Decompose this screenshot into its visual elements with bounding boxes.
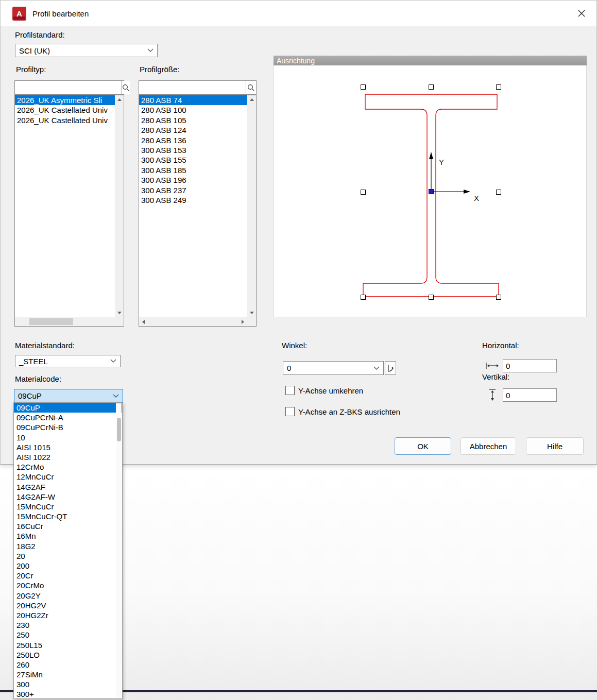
dropdown-scrollbar[interactable] [116,403,122,698]
profiltyp-item[interactable]: 2026_UK Asymmetric Sli [15,95,115,105]
material-option[interactable]: 200 [14,561,122,571]
horizontal-input[interactable] [503,359,557,372]
profilstandard-label: Profilstandard: [15,30,65,39]
material-option[interactable]: 12CrMo [14,462,122,472]
ausrichtung-title: Ausrichtung [277,57,315,65]
scroll-down-icon[interactable] [115,309,124,317]
horizontal-label: Horizontal: [482,341,519,350]
materialcode-combobox[interactable]: 09CuP [14,389,123,403]
help-button[interactable]: Hilfe [526,437,584,455]
material-option[interactable]: 27SiMn [14,670,122,679]
scroll-up-icon[interactable] [115,95,124,104]
profilgroesse-search-input[interactable] [139,81,246,94]
pick-angle-button[interactable] [385,361,396,375]
materialstandard-label: Materialstandard: [15,341,75,350]
scroll-left-icon[interactable] [139,317,148,326]
profiltyp-vertical-scrollbar[interactable] [115,95,124,317]
material-option[interactable]: 20HG2V [14,601,122,610]
profilgroesse-horizontal-scrollbar[interactable] [139,317,247,326]
material-option[interactable]: 250LO [14,650,122,660]
material-option[interactable]: AISI 1022 [14,452,122,462]
profilgroesse-search-button[interactable] [246,81,256,94]
profiltyp-search-button[interactable] [122,81,130,94]
materialcode-label: Materialcode: [15,374,61,383]
material-option[interactable]: AISI 1015 [14,442,122,452]
material-option[interactable]: 300 [14,679,122,689]
material-option[interactable]: 16CuCr [14,521,122,531]
material-option[interactable]: 20 [14,551,122,561]
profilgroesse-search [139,80,257,95]
material-option[interactable]: 12MnCuCr [14,472,122,482]
profiltyp-item[interactable]: 2026_UK Castellated Univ [15,105,115,115]
material-option[interactable]: 15MnCuCr-QT [14,511,122,521]
profilgroesse-item[interactable]: 280 ASB 105 [139,115,247,125]
align-zbks-label: Y-Achse an Z-BKS ausrichten [298,407,400,416]
material-option[interactable]: 09CuPCrNi-B [14,422,122,432]
material-option[interactable]: 230 [14,620,122,630]
search-icon [122,84,130,92]
materialstandard-value: _STEEL [19,357,48,366]
cancel-button[interactable]: Abbrechen [460,437,516,455]
winkel-value: 0 [287,364,291,372]
search-icon [247,84,255,92]
material-option[interactable]: 20CrMo [14,581,122,590]
profilgroesse-item[interactable]: 280 ASB 124 [139,125,247,135]
winkel-combobox[interactable]: 0 [283,361,384,375]
chevron-down-icon [373,366,380,370]
profilgroesse-item[interactable]: 300 ASB 155 [139,155,247,165]
profilgroesse-item[interactable]: 300 ASB 153 [139,145,247,155]
scroll-up-icon[interactable] [247,95,256,104]
scrollbar-corner [247,317,256,326]
material-option[interactable]: 16Mn [14,531,122,541]
profilgroesse-item[interactable]: 280 ASB 74 [139,95,247,105]
profiltyp-item[interactable]: 2026_UK Castellated Univ [15,115,115,125]
scrollbar-thumb[interactable] [29,318,73,325]
profilgroesse-item[interactable]: 280 ASB 100 [139,105,247,115]
materialstandard-combobox[interactable]: _STEEL [15,355,121,367]
profilgroesse-item[interactable]: 300 ASB 237 [139,185,247,195]
profil-bearbeiten-dialog: A Profil bearbeiten Profilstandard: SCI … [0,0,597,465]
x-axis-label: X [474,194,479,202]
profilgroesse-item[interactable]: 300 ASB 249 [139,195,247,205]
profiltyp-horizontal-scrollbar[interactable] [15,317,115,326]
material-option[interactable]: 14G2AF-W [14,492,122,502]
material-option[interactable]: 20G2Y [14,591,122,601]
profile-preview-panel: Y X [274,65,587,317]
profiltyp-search-input[interactable] [15,81,122,94]
material-option[interactable]: 250 [14,630,122,640]
material-option[interactable]: 09CuPCrNi-A [14,413,122,422]
profilgroesse-item[interactable]: 300 ASB 196 [139,175,247,185]
profilgroesse-vertical-scrollbar[interactable] [247,95,256,317]
invert-y-checkbox[interactable] [285,386,295,395]
profiltyp-listbox: 2026_UK Asymmetric Sli 2026_UK Castellat… [14,95,124,327]
close-icon [577,9,586,18]
material-option[interactable]: 260 [14,660,122,670]
profiltyp-search [14,80,124,95]
ok-button[interactable]: OK [395,437,451,455]
material-option[interactable]: 250L15 [14,640,122,650]
scrollbar-thumb[interactable] [117,418,121,441]
x-axis-arrow [464,190,470,194]
vertical-offset-icon [488,388,497,402]
window-title: Profil bearbeiten [32,9,89,18]
material-option[interactable]: 20HG2Zr [14,610,122,620]
material-option[interactable]: 20Cr [14,571,122,581]
material-option[interactable]: 09CuP [14,403,122,413]
close-button[interactable] [574,6,589,21]
material-option[interactable]: 18G2 [14,541,122,551]
scroll-down-icon[interactable] [247,309,256,317]
profilstandard-value: SCI (UK) [19,46,50,55]
vertical-input[interactable] [503,388,557,402]
y-axis-label: Y [439,158,444,166]
materialcode-value: 09CuP [18,391,42,400]
material-option[interactable]: 300+ [14,689,122,699]
material-option[interactable]: 10 [14,433,122,442]
scroll-right-icon[interactable] [238,317,247,326]
profilgroesse-item[interactable]: 300 ASB 185 [139,165,247,175]
material-option[interactable]: 15MnCuCr [14,502,122,511]
profilstandard-combobox[interactable]: SCI (UK) [15,44,158,57]
material-option[interactable]: 14G2AF [14,482,122,492]
profilgroesse-item[interactable]: 280 ASB 136 [139,135,247,145]
profiltyp-label: Profiltyp: [16,65,46,74]
align-zbks-checkbox[interactable] [285,407,295,416]
